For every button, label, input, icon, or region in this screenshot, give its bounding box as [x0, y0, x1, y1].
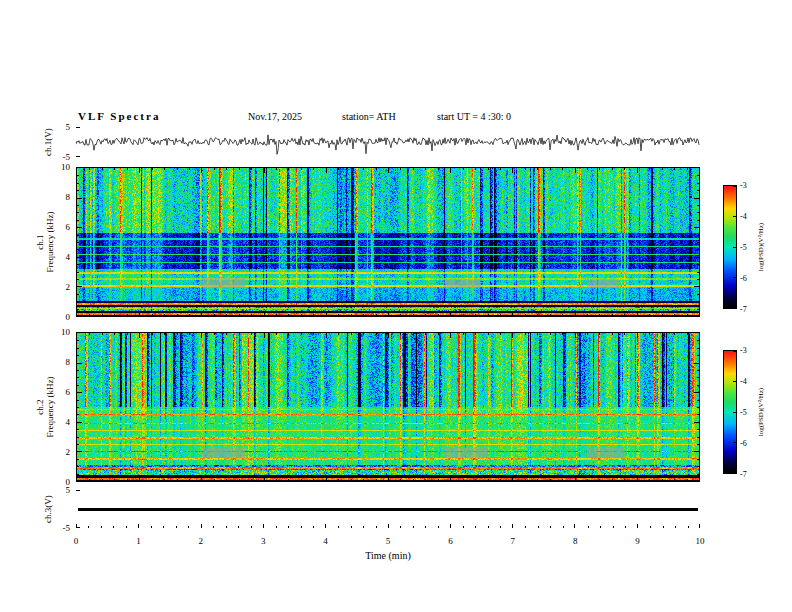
ylabel-text: Frequency (kHz): [45, 211, 55, 272]
x-tick-label: 5: [378, 536, 398, 546]
x-tick-label: 6: [440, 536, 460, 546]
x-tick-label: 9: [628, 536, 648, 546]
colorbar-tick-label: -4: [740, 212, 756, 221]
ch1-colorbar: [723, 185, 737, 309]
colorbar-tick-label: -7: [740, 470, 756, 479]
ch1-colorbar-label: log(PSD)(V²/Hz): [757, 223, 765, 271]
ylabel-text: ch.3(V): [43, 495, 53, 523]
x-tick-label: 7: [503, 536, 523, 546]
ylabel-text: ch.1: [35, 234, 45, 249]
colorbar-tick-label: -3: [740, 181, 756, 190]
freq-tick-label: 4: [52, 417, 70, 427]
x-tick-label: 10: [690, 536, 710, 546]
colorbar-tick-label: -7: [740, 305, 756, 314]
ch2-colorbar-canvas: [724, 351, 736, 473]
freq-tick-label: 6: [52, 387, 70, 397]
x-tick-label: 8: [565, 536, 585, 546]
x-axis-label: Time (min): [348, 550, 428, 561]
freq-tick-label: 4: [52, 252, 70, 262]
station-label: station= ATH: [342, 111, 396, 122]
x-tick-label: 0: [66, 536, 86, 546]
freq-tick-label: 8: [52, 192, 70, 202]
ch2-colorbar-label: log(PSD)(V²/Hz): [757, 388, 765, 436]
ch1-waveform-canvas: [76, 127, 700, 157]
ch1-colorbar-canvas: [724, 186, 736, 308]
ch3-waveform-canvas: [76, 490, 700, 528]
volt-tick-label: 5: [52, 485, 70, 495]
ch2-colorbar: [723, 350, 737, 474]
freq-tick-label: 2: [52, 447, 70, 457]
ch3-wave-ylabel: ch.3(V): [43, 495, 53, 523]
volt-tick-label: 5: [52, 122, 70, 132]
volt-tick-label: -5: [52, 523, 70, 533]
volt-tick-label: -5: [52, 152, 70, 162]
freq-tick-label: 0: [52, 312, 70, 322]
ch1-spectrogram-canvas: [77, 168, 699, 316]
x-tick-label: 3: [253, 536, 273, 546]
x-tick-label: 2: [191, 536, 211, 546]
ch2-spectrogram-canvas: [77, 333, 699, 481]
ch2-spectrogram-frame: [76, 332, 700, 482]
colorbar-tick-label: -3: [740, 346, 756, 355]
ch2-spec-ylabel: ch.2 Frequency (kHz): [35, 376, 56, 437]
ch1-spectrogram-frame: [76, 167, 700, 317]
colorbar-tick-label: -5: [740, 243, 756, 252]
freq-tick-label: 8: [52, 357, 70, 367]
freq-tick-label: 2: [52, 282, 70, 292]
colorbar-tick-label: -6: [740, 274, 756, 283]
colorbar-tick-label: -4: [740, 377, 756, 386]
ch1-spec-ylabel: ch.1 Frequency (kHz): [35, 211, 56, 272]
start-ut-label: start UT = 4 :30: 0: [437, 111, 511, 122]
freq-tick-label: 10: [52, 162, 70, 172]
figure-date: Nov.17, 2025: [248, 111, 302, 122]
vlf-spectra-figure: VLF Spectra Nov.17, 2025 station= ATH st…: [0, 0, 792, 612]
ylabel-text: Frequency (kHz): [45, 376, 55, 437]
freq-tick-label: 6: [52, 222, 70, 232]
ylabel-text: ch.2: [35, 399, 45, 414]
colorbar-tick-label: -6: [740, 439, 756, 448]
x-tick-label: 1: [128, 536, 148, 546]
x-tick-label: 4: [316, 536, 336, 546]
freq-tick-label: 10: [52, 327, 70, 337]
colorbar-tick-label: -5: [740, 408, 756, 417]
figure-title: VLF Spectra: [78, 110, 160, 122]
